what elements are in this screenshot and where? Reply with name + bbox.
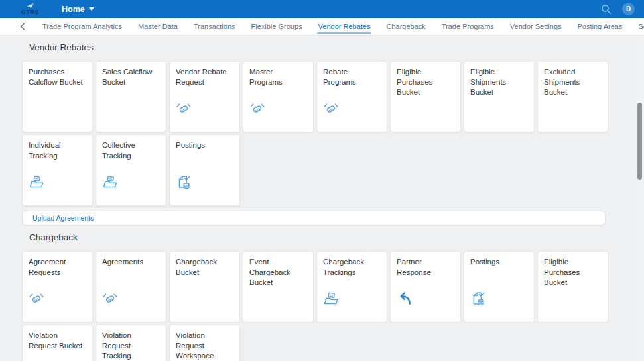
tile-rebate-programs[interactable]: Rebate Programs	[316, 61, 387, 132]
tile-title: Vendor Rebate Request	[176, 67, 233, 87]
tile-violation-request-workspace[interactable]: Violation Request Workspace	[169, 325, 240, 361]
tile-chargeback-bucket[interactable]: Chargeback Bucket	[169, 251, 240, 323]
launchpad-content: Vendor Rebates Purchases Calcflow Bucket…	[0, 36, 644, 361]
chevron-down-icon	[89, 7, 94, 11]
tile-title: Agreement Requests	[29, 257, 86, 278]
tile-partner-response[interactable]: Partner Response	[390, 251, 461, 323]
paper-plane-icon	[26, 3, 34, 9]
tile-violation-request-bucket[interactable]: Violation Request Bucket	[22, 325, 93, 361]
tab-chargeback[interactable]: Chargeback	[378, 18, 433, 36]
tab-trade-program-analytics[interactable]: Trade Program Analytics	[34, 18, 130, 36]
tile-postings-vendor-rebates[interactable]: Postings	[169, 134, 240, 206]
scrollbar-thumb[interactable]	[637, 103, 642, 180]
tile-title: Master Programs	[249, 67, 307, 87]
tab-setup[interactable]: Setup	[630, 18, 644, 36]
tile-event-chargeback-bucket[interactable]: Event Chargeback Bucket	[243, 251, 314, 323]
search-icon[interactable]	[601, 4, 612, 15]
home-menu-button[interactable]: Home	[62, 5, 94, 14]
tab-vendor-settings[interactable]: Vendor Settings	[502, 18, 570, 36]
tile-title: Collective Tracking	[102, 140, 160, 161]
tile-title: Eligible Shipments Bucket	[470, 67, 528, 98]
tile-title: Eligible Purchases Bucket	[397, 67, 454, 98]
tab-flexible-groups[interactable]: Flexible Groups	[243, 18, 310, 36]
tracking-folder-icon	[29, 175, 44, 189]
undo-arrow-icon	[397, 291, 413, 306]
shell-bar: GTMS Home D	[0, 0, 644, 18]
handshake-icon	[29, 291, 44, 306]
tile-postings-chargeback[interactable]: Postings	[464, 251, 535, 323]
tile-purchases-calcflow-bucket[interactable]: Purchases Calcflow Bucket	[22, 61, 93, 132]
postings-ledger-icon	[470, 291, 486, 306]
tile-sales-calcflow-bucket[interactable]: Sales Calcflow Bucket	[96, 61, 166, 132]
tile-title: Postings	[176, 140, 233, 151]
nav-items: Trade Program Analytics Master Data Tran…	[34, 18, 644, 36]
upload-agreements-bar: Upload Agreements	[22, 211, 606, 225]
tile-title: Violation Request Workspace	[176, 331, 233, 361]
handshake-icon	[249, 101, 265, 116]
tile-title: Event Chargeback Bucket	[249, 257, 307, 288]
app-logo[interactable]: GTMS	[21, 3, 39, 15]
shell-title-label: Home	[62, 5, 85, 14]
section-title-chargeback: Chargeback	[22, 233, 644, 242]
tile-collective-tracking[interactable]: Collective Tracking	[96, 134, 166, 206]
chargeback-tile-grid: Agreement Requests Agreements Chargeback…	[22, 251, 644, 361]
tile-agreement-requests[interactable]: Agreement Requests	[22, 251, 93, 323]
tile-eligible-purchases-bucket[interactable]: Eligible Purchases Bucket	[390, 61, 461, 132]
tile-title: Violation Request Bucket	[29, 331, 86, 351]
tab-master-data[interactable]: Master Data	[130, 18, 186, 36]
tile-chargeback-trackings[interactable]: Chargeback Trackings	[316, 251, 387, 323]
tile-title: Violation Request Tracking	[102, 331, 160, 361]
tile-title: Partner Response	[397, 257, 454, 278]
tile-title: Chargeback Trackings	[323, 257, 381, 278]
postings-ledger-icon	[176, 175, 192, 189]
vendor-rebates-tile-grid: Purchases Calcflow Bucket Sales Calcflow…	[22, 61, 644, 206]
avatar[interactable]: D	[622, 3, 635, 15]
tab-posting-areas[interactable]: Posting Areas	[570, 18, 631, 36]
tile-title: Chargeback Bucket	[176, 257, 233, 278]
section-title-vendor-rebates: Vendor Rebates	[22, 43, 644, 52]
tile-violation-request-tracking[interactable]: Violation Request Tracking	[96, 325, 166, 361]
upload-agreements-link[interactable]: Upload Agreements	[32, 214, 94, 222]
tile-excluded-shipments-bucket[interactable]: Excluded Shipments Bucket	[537, 61, 608, 132]
tracking-folder-icon	[102, 175, 118, 189]
tile-title: Sales Calcflow Bucket	[102, 67, 160, 87]
avatar-initial: D	[626, 5, 631, 13]
tile-vendor-rebate-request[interactable]: Vendor Rebate Request	[169, 61, 240, 132]
tile-title: Rebate Programs	[323, 67, 381, 87]
handshake-icon	[102, 291, 118, 306]
handshake-icon	[323, 101, 339, 116]
tile-title: Excluded Shipments Bucket	[544, 67, 602, 98]
tile-title: Postings	[470, 257, 528, 268]
tile-title: Individual Tracking	[29, 140, 86, 161]
tracking-folder-icon	[323, 291, 339, 306]
tile-title: Purchases Calcflow Bucket	[29, 67, 86, 87]
tab-vendor-rebates[interactable]: Vendor Rebates	[310, 18, 379, 36]
tab-trade-programs[interactable]: Trade Programs	[434, 18, 502, 36]
nav-tab-bar: Trade Program Analytics Master Data Tran…	[0, 18, 644, 36]
tile-eligible-shipments-bucket[interactable]: Eligible Shipments Bucket	[464, 61, 535, 132]
tile-eligible-purchases-bucket-chargeback[interactable]: Eligible Purchases Bucket	[537, 251, 608, 323]
tile-title: Agreements	[102, 257, 160, 268]
tile-title: Eligible Purchases Bucket	[544, 257, 602, 288]
tab-transactions[interactable]: Transactions	[186, 18, 243, 36]
tile-individual-tracking[interactable]: Individual Tracking	[22, 134, 93, 206]
chevron-left-icon[interactable]	[20, 23, 25, 30]
tile-agreements[interactable]: Agreements	[96, 251, 166, 323]
handshake-icon	[176, 101, 192, 116]
scrollbar-track	[636, 36, 644, 361]
tile-master-programs[interactable]: Master Programs	[243, 61, 314, 132]
logo-text: GTMS	[21, 9, 39, 15]
